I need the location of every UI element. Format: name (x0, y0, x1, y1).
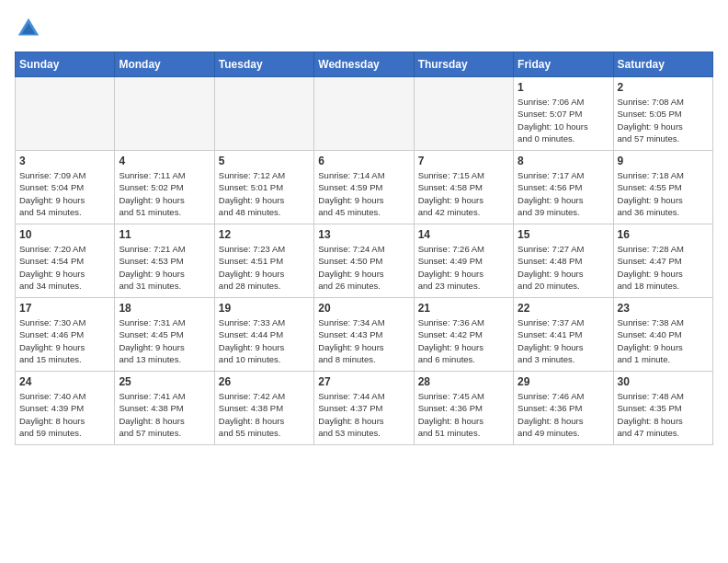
day-number: 15 (518, 228, 609, 241)
day-info: Sunrise: 7:40 AM Sunset: 4:39 PM Dayligh… (19, 390, 110, 439)
day-number: 8 (518, 155, 609, 167)
day-info: Sunrise: 7:37 AM Sunset: 4:41 PM Dayligh… (518, 316, 609, 365)
day-info: Sunrise: 7:08 AM Sunset: 5:05 PM Dayligh… (618, 96, 709, 144)
day-info: Sunrise: 7:12 AM Sunset: 5:01 PM Dayligh… (219, 169, 310, 218)
calendar-cell: 9Sunrise: 7:18 AM Sunset: 4:55 PM Daylig… (613, 151, 712, 224)
calendar-cell: 7Sunrise: 7:15 AM Sunset: 4:58 PM Daylig… (414, 151, 513, 224)
day-number: 14 (418, 228, 509, 241)
day-info: Sunrise: 7:38 AM Sunset: 4:40 PM Dayligh… (618, 316, 709, 365)
calendar-cell: 17Sunrise: 7:30 AM Sunset: 4:46 PM Dayli… (16, 298, 115, 372)
calendar-cell: 13Sunrise: 7:24 AM Sunset: 4:50 PM Dayli… (314, 224, 414, 298)
weekday-header: Sunday (16, 52, 115, 77)
day-info: Sunrise: 7:30 AM Sunset: 4:46 PM Dayligh… (19, 316, 110, 365)
calendar-cell: 1Sunrise: 7:06 AM Sunset: 5:07 PM Daylig… (514, 77, 613, 151)
calendar-cell (414, 77, 513, 151)
day-info: Sunrise: 7:45 AM Sunset: 4:36 PM Dayligh… (418, 390, 509, 439)
calendar-cell: 28Sunrise: 7:45 AM Sunset: 4:36 PM Dayli… (414, 372, 513, 445)
calendar-cell: 26Sunrise: 7:42 AM Sunset: 4:38 PM Dayli… (214, 372, 313, 445)
day-info: Sunrise: 7:11 AM Sunset: 5:02 PM Dayligh… (119, 169, 210, 218)
day-number: 26 (219, 375, 310, 388)
calendar-cell: 11Sunrise: 7:21 AM Sunset: 4:53 PM Dayli… (115, 224, 214, 298)
calendar-cell: 8Sunrise: 7:17 AM Sunset: 4:56 PM Daylig… (514, 151, 613, 224)
day-number: 28 (418, 375, 509, 388)
day-number: 6 (318, 155, 409, 167)
calendar-cell (314, 77, 414, 151)
day-number: 23 (618, 302, 709, 315)
day-number: 2 (618, 81, 709, 94)
day-info: Sunrise: 7:44 AM Sunset: 4:37 PM Dayligh… (318, 390, 409, 439)
weekday-header: Monday (115, 52, 214, 77)
day-info: Sunrise: 7:26 AM Sunset: 4:49 PM Dayligh… (418, 243, 509, 292)
day-info: Sunrise: 7:34 AM Sunset: 4:43 PM Dayligh… (318, 316, 409, 365)
day-info: Sunrise: 7:15 AM Sunset: 4:58 PM Dayligh… (418, 169, 509, 218)
calendar-cell: 20Sunrise: 7:34 AM Sunset: 4:43 PM Dayli… (314, 298, 414, 372)
day-number: 27 (318, 375, 409, 388)
weekday-header: Saturday (613, 52, 712, 77)
calendar-cell: 22Sunrise: 7:37 AM Sunset: 4:41 PM Dayli… (514, 298, 613, 372)
weekday-header: Thursday (414, 52, 513, 77)
day-info: Sunrise: 7:28 AM Sunset: 4:47 PM Dayligh… (618, 243, 709, 292)
calendar-cell: 10Sunrise: 7:20 AM Sunset: 4:54 PM Dayli… (16, 224, 115, 298)
weekday-header: Tuesday (214, 52, 313, 77)
day-info: Sunrise: 7:46 AM Sunset: 4:36 PM Dayligh… (518, 390, 609, 439)
day-info: Sunrise: 7:48 AM Sunset: 4:35 PM Dayligh… (618, 390, 709, 439)
calendar-week-row: 17Sunrise: 7:30 AM Sunset: 4:46 PM Dayli… (16, 298, 713, 372)
calendar-cell: 21Sunrise: 7:36 AM Sunset: 4:42 PM Dayli… (414, 298, 513, 372)
day-info: Sunrise: 7:27 AM Sunset: 4:48 PM Dayligh… (518, 243, 609, 292)
calendar-cell: 30Sunrise: 7:48 AM Sunset: 4:35 PM Dayli… (613, 372, 712, 445)
calendar-cell: 16Sunrise: 7:28 AM Sunset: 4:47 PM Dayli… (613, 224, 712, 298)
calendar-cell: 29Sunrise: 7:46 AM Sunset: 4:36 PM Dayli… (514, 372, 613, 445)
page-header (15, 15, 713, 42)
calendar-week-row: 3Sunrise: 7:09 AM Sunset: 5:04 PM Daylig… (16, 151, 713, 224)
day-info: Sunrise: 7:36 AM Sunset: 4:42 PM Dayligh… (418, 316, 509, 365)
day-info: Sunrise: 7:21 AM Sunset: 4:53 PM Dayligh… (119, 243, 210, 292)
day-number: 19 (219, 302, 310, 315)
day-info: Sunrise: 7:23 AM Sunset: 4:51 PM Dayligh… (219, 243, 310, 292)
day-info: Sunrise: 7:24 AM Sunset: 4:50 PM Dayligh… (318, 243, 409, 292)
weekday-header: Friday (514, 52, 613, 77)
day-number: 16 (618, 228, 709, 241)
calendar-cell (214, 77, 313, 151)
day-number: 3 (19, 155, 110, 167)
day-number: 18 (119, 302, 210, 315)
day-info: Sunrise: 7:18 AM Sunset: 4:55 PM Dayligh… (618, 169, 709, 218)
weekday-header: Wednesday (314, 52, 414, 77)
day-number: 4 (119, 155, 210, 167)
day-number: 12 (219, 228, 310, 241)
calendar-cell: 18Sunrise: 7:31 AM Sunset: 4:45 PM Dayli… (115, 298, 214, 372)
calendar-cell: 27Sunrise: 7:44 AM Sunset: 4:37 PM Dayli… (314, 372, 414, 445)
day-number: 1 (518, 81, 609, 94)
day-info: Sunrise: 7:33 AM Sunset: 4:44 PM Dayligh… (219, 316, 310, 365)
day-number: 25 (119, 375, 210, 388)
day-number: 10 (19, 228, 110, 241)
logo (15, 15, 46, 42)
calendar-cell: 5Sunrise: 7:12 AM Sunset: 5:01 PM Daylig… (214, 151, 313, 224)
day-number: 11 (119, 228, 210, 241)
day-number: 30 (618, 375, 709, 388)
calendar-week-row: 24Sunrise: 7:40 AM Sunset: 4:39 PM Dayli… (16, 372, 713, 445)
day-number: 24 (19, 375, 110, 388)
calendar-cell: 4Sunrise: 7:11 AM Sunset: 5:02 PM Daylig… (115, 151, 214, 224)
calendar-cell: 6Sunrise: 7:14 AM Sunset: 4:59 PM Daylig… (314, 151, 414, 224)
day-number: 17 (19, 302, 110, 315)
day-info: Sunrise: 7:41 AM Sunset: 4:38 PM Dayligh… (119, 390, 210, 439)
calendar-cell: 2Sunrise: 7:08 AM Sunset: 5:05 PM Daylig… (613, 77, 712, 151)
calendar-week-row: 1Sunrise: 7:06 AM Sunset: 5:07 PM Daylig… (16, 77, 713, 151)
day-number: 22 (518, 302, 609, 315)
calendar-table: SundayMondayTuesdayWednesdayThursdayFrid… (15, 52, 713, 445)
calendar-cell (16, 77, 115, 151)
day-number: 9 (618, 155, 709, 167)
day-number: 7 (418, 155, 509, 167)
calendar-cell: 24Sunrise: 7:40 AM Sunset: 4:39 PM Dayli… (16, 372, 115, 445)
day-info: Sunrise: 7:14 AM Sunset: 4:59 PM Dayligh… (318, 169, 409, 218)
day-number: 21 (418, 302, 509, 315)
day-info: Sunrise: 7:31 AM Sunset: 4:45 PM Dayligh… (119, 316, 210, 365)
calendar-week-row: 10Sunrise: 7:20 AM Sunset: 4:54 PM Dayli… (16, 224, 713, 298)
calendar-cell: 12Sunrise: 7:23 AM Sunset: 4:51 PM Dayli… (214, 224, 313, 298)
calendar-cell: 14Sunrise: 7:26 AM Sunset: 4:49 PM Dayli… (414, 224, 513, 298)
calendar-cell: 15Sunrise: 7:27 AM Sunset: 4:48 PM Dayli… (514, 224, 613, 298)
calendar-cell: 3Sunrise: 7:09 AM Sunset: 5:04 PM Daylig… (16, 151, 115, 224)
weekday-header-row: SundayMondayTuesdayWednesdayThursdayFrid… (16, 52, 713, 77)
day-number: 5 (219, 155, 310, 167)
day-info: Sunrise: 7:17 AM Sunset: 4:56 PM Dayligh… (518, 169, 609, 218)
